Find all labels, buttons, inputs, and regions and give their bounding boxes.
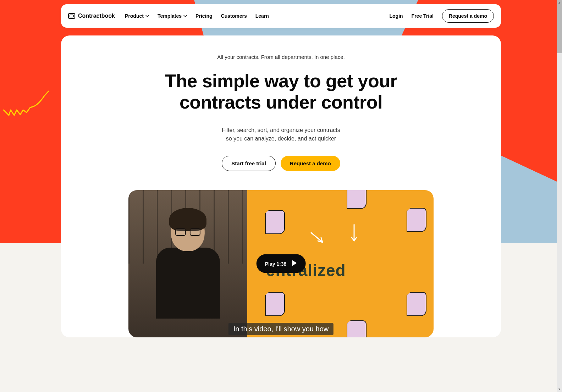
request-demo-button[interactable]: Request a demo [442, 9, 494, 23]
file-icon [347, 320, 367, 337]
cta-buttons: Start free trial Request a demo [75, 156, 487, 171]
file-icon [407, 208, 426, 232]
scrollbar[interactable]: ▲ ▼ [557, 0, 562, 392]
video-presenter [128, 190, 247, 337]
video-caption: In this video, I'll show you how [228, 323, 334, 335]
file-icon [265, 210, 285, 234]
file-icon [407, 292, 426, 316]
nav-left: Contractbook Product Templates Pricing C… [68, 12, 269, 20]
nav-right: Login Free Trial Request a demo [389, 9, 494, 23]
nav-learn[interactable]: Learn [255, 13, 269, 19]
play-duration-label: Play 1:38 [265, 261, 287, 266]
file-icon [347, 190, 367, 209]
logo-text: Contractbook [78, 13, 115, 19]
chevron-down-icon [183, 15, 187, 17]
scroll-down-icon[interactable]: ▼ [557, 387, 562, 392]
free-trial-link[interactable]: Free Trial [412, 13, 434, 19]
scroll-up-icon[interactable]: ▲ [557, 0, 562, 5]
logo[interactable]: Contractbook [68, 12, 115, 20]
login-link[interactable]: Login [389, 13, 403, 19]
arrow-icon [350, 224, 358, 243]
hero-subtitle: Filter, search, sort, and organize your … [75, 126, 487, 143]
nav-customers[interactable]: Customers [221, 13, 247, 19]
play-icon [291, 260, 297, 267]
scroll-thumb[interactable] [557, 0, 562, 53]
chevron-down-icon [145, 15, 149, 17]
hero-title: The simple way to get your contracts und… [75, 71, 487, 113]
hero-tagline: All your contracts. From all departments… [75, 54, 487, 60]
navbar: Contractbook Product Templates Pricing C… [61, 4, 501, 28]
svg-rect-0 [68, 13, 75, 18]
hero-card: All your contracts. From all departments… [61, 35, 501, 337]
arrow-icon [309, 231, 325, 245]
request-demo-button-hero[interactable]: Request a demo [281, 156, 340, 171]
nav-templates[interactable]: Templates [158, 13, 187, 19]
logo-icon [68, 12, 75, 20]
nav-pricing[interactable]: Pricing [195, 13, 212, 19]
svg-rect-1 [70, 15, 73, 17]
play-button[interactable]: Play 1:38 [257, 254, 306, 273]
nav-product[interactable]: Product [125, 13, 149, 19]
video-thumbnail[interactable]: entralized Play 1:38 In this video, I'll… [128, 190, 434, 337]
nav-links: Product Templates Pricing Customers Lear… [125, 13, 269, 19]
decorative-scribble [2, 90, 51, 119]
start-free-trial-button[interactable]: Start free trial [222, 156, 276, 171]
file-icon [265, 292, 285, 316]
